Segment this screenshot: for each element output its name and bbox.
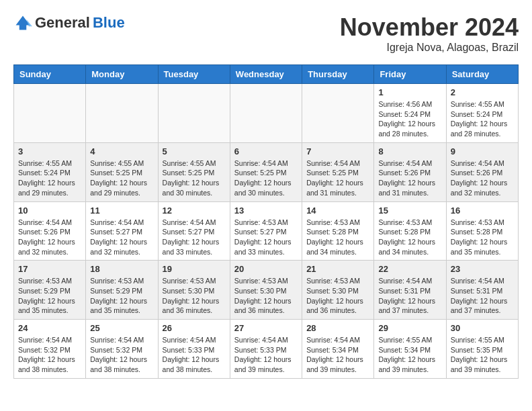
day-info: Sunrise: 4:54 AMSunset: 5:33 PMDaylight:… — [234, 335, 298, 375]
day-number: 13 — [234, 205, 298, 216]
day-number: 24 — [18, 323, 81, 333]
calendar-day-cell: 15Sunrise: 4:53 AMSunset: 5:28 PMDayligh… — [374, 201, 446, 261]
day-info: Sunrise: 4:55 AMSunset: 5:24 PMDaylight:… — [451, 99, 514, 139]
calendar-day-cell: 14Sunrise: 4:53 AMSunset: 5:28 PMDayligh… — [302, 201, 374, 261]
calendar-day-cell: 8Sunrise: 4:54 AMSunset: 5:26 PMDaylight… — [374, 142, 446, 201]
calendar-day-cell — [158, 84, 230, 143]
weekday-header: Wednesday — [230, 65, 302, 84]
calendar-day-cell: 28Sunrise: 4:54 AMSunset: 5:34 PMDayligh… — [302, 320, 374, 379]
calendar-week-row: 24Sunrise: 4:54 AMSunset: 5:32 PMDayligh… — [14, 320, 519, 379]
day-number: 16 — [451, 205, 514, 216]
day-info: Sunrise: 4:54 AMSunset: 5:32 PMDaylight:… — [90, 335, 153, 375]
day-number: 25 — [90, 323, 153, 333]
day-number: 17 — [18, 264, 81, 274]
day-info: Sunrise: 4:54 AMSunset: 5:31 PMDaylight:… — [378, 276, 441, 316]
calendar-day-cell: 24Sunrise: 4:54 AMSunset: 5:32 PMDayligh… — [14, 320, 86, 379]
day-number: 8 — [378, 146, 441, 156]
day-number: 2 — [451, 87, 514, 97]
day-number: 18 — [90, 264, 153, 274]
day-info: Sunrise: 4:55 AMSunset: 5:34 PMDaylight:… — [378, 335, 441, 375]
day-number: 4 — [90, 146, 153, 156]
day-info: Sunrise: 4:54 AMSunset: 5:26 PMDaylight:… — [18, 218, 81, 257]
calendar-day-cell: 3Sunrise: 4:55 AMSunset: 5:24 PMDaylight… — [14, 142, 86, 201]
title-area: November 2024 Igreja Nova, Alagoas, Braz… — [340, 13, 519, 54]
day-number: 5 — [163, 146, 226, 156]
day-info: Sunrise: 4:54 AMSunset: 5:32 PMDaylight:… — [18, 335, 81, 375]
calendar-day-cell — [302, 84, 374, 143]
calendar-day-cell: 5Sunrise: 4:55 AMSunset: 5:25 PMDaylight… — [158, 142, 230, 201]
day-info: Sunrise: 4:53 AMSunset: 5:30 PMDaylight:… — [163, 276, 226, 316]
calendar-day-cell — [86, 84, 158, 143]
calendar-week-row: 1Sunrise: 4:56 AMSunset: 5:24 PMDaylight… — [14, 84, 519, 143]
logo: GeneralBlue — [13, 13, 125, 32]
calendar-day-cell — [230, 84, 302, 143]
calendar-day-cell — [14, 84, 86, 143]
day-number: 1 — [378, 87, 441, 97]
calendar-day-cell: 21Sunrise: 4:53 AMSunset: 5:30 PMDayligh… — [302, 261, 374, 320]
page-header: GeneralBlue November 2024 Igreja Nova, A… — [13, 13, 519, 54]
location: Igreja Nova, Alagoas, Brazil — [340, 42, 519, 54]
weekday-header: Saturday — [446, 65, 518, 84]
calendar-day-cell: 19Sunrise: 4:53 AMSunset: 5:30 PMDayligh… — [158, 261, 230, 320]
day-info: Sunrise: 4:54 AMSunset: 5:34 PMDaylight:… — [306, 335, 369, 375]
calendar-week-row: 17Sunrise: 4:53 AMSunset: 5:29 PMDayligh… — [14, 261, 519, 320]
calendar-day-cell: 11Sunrise: 4:54 AMSunset: 5:27 PMDayligh… — [86, 201, 158, 261]
day-info: Sunrise: 4:55 AMSunset: 5:35 PMDaylight:… — [451, 335, 514, 375]
day-info: Sunrise: 4:53 AMSunset: 5:29 PMDaylight:… — [18, 276, 81, 316]
logo-icon — [13, 13, 32, 32]
day-info: Sunrise: 4:53 AMSunset: 5:28 PMDaylight:… — [451, 218, 514, 257]
day-info: Sunrise: 4:55 AMSunset: 5:24 PMDaylight:… — [18, 158, 81, 198]
day-info: Sunrise: 4:53 AMSunset: 5:28 PMDaylight:… — [306, 218, 369, 257]
calendar-day-cell: 1Sunrise: 4:56 AMSunset: 5:24 PMDaylight… — [374, 84, 446, 143]
calendar-day-cell: 23Sunrise: 4:54 AMSunset: 5:31 PMDayligh… — [446, 261, 518, 320]
day-number: 12 — [163, 205, 226, 216]
calendar-day-cell: 20Sunrise: 4:53 AMSunset: 5:30 PMDayligh… — [230, 261, 302, 320]
day-number: 6 — [234, 146, 298, 156]
day-info: Sunrise: 4:54 AMSunset: 5:27 PMDaylight:… — [90, 218, 153, 257]
day-number: 23 — [451, 264, 514, 274]
day-info: Sunrise: 4:54 AMSunset: 5:31 PMDaylight:… — [451, 276, 514, 316]
day-number: 7 — [306, 146, 369, 156]
calendar-week-row: 3Sunrise: 4:55 AMSunset: 5:24 PMDaylight… — [14, 142, 519, 201]
calendar-day-cell: 17Sunrise: 4:53 AMSunset: 5:29 PMDayligh… — [14, 261, 86, 320]
day-number: 14 — [306, 205, 369, 216]
calendar-day-cell: 4Sunrise: 4:55 AMSunset: 5:25 PMDaylight… — [86, 142, 158, 201]
day-number: 22 — [378, 264, 441, 274]
weekday-header: Sunday — [14, 65, 86, 84]
weekday-header: Friday — [374, 65, 446, 84]
logo-general: General — [35, 14, 90, 32]
day-number: 26 — [163, 323, 226, 333]
calendar-day-cell: 29Sunrise: 4:55 AMSunset: 5:34 PMDayligh… — [374, 320, 446, 379]
weekday-header: Monday — [86, 65, 158, 84]
day-info: Sunrise: 4:53 AMSunset: 5:30 PMDaylight:… — [306, 276, 369, 316]
day-info: Sunrise: 4:53 AMSunset: 5:30 PMDaylight:… — [234, 276, 298, 316]
day-info: Sunrise: 4:54 AMSunset: 5:25 PMDaylight:… — [234, 158, 298, 198]
day-info: Sunrise: 4:54 AMSunset: 5:26 PMDaylight:… — [378, 158, 441, 198]
calendar-day-cell: 18Sunrise: 4:53 AMSunset: 5:29 PMDayligh… — [86, 261, 158, 320]
day-info: Sunrise: 4:55 AMSunset: 5:25 PMDaylight:… — [90, 158, 153, 198]
calendar-day-cell: 10Sunrise: 4:54 AMSunset: 5:26 PMDayligh… — [14, 201, 86, 261]
calendar-day-cell: 22Sunrise: 4:54 AMSunset: 5:31 PMDayligh… — [374, 261, 446, 320]
day-number: 15 — [378, 205, 441, 216]
weekday-header: Thursday — [302, 65, 374, 84]
calendar-day-cell: 27Sunrise: 4:54 AMSunset: 5:33 PMDayligh… — [230, 320, 302, 379]
calendar-day-cell: 26Sunrise: 4:54 AMSunset: 5:33 PMDayligh… — [158, 320, 230, 379]
day-number: 20 — [234, 264, 298, 274]
calendar-day-cell: 25Sunrise: 4:54 AMSunset: 5:32 PMDayligh… — [86, 320, 158, 379]
day-info: Sunrise: 4:54 AMSunset: 5:25 PMDaylight:… — [306, 158, 369, 198]
calendar-day-cell: 2Sunrise: 4:55 AMSunset: 5:24 PMDaylight… — [446, 84, 518, 143]
day-info: Sunrise: 4:56 AMSunset: 5:24 PMDaylight:… — [378, 99, 441, 139]
weekday-header: Tuesday — [158, 65, 230, 84]
day-number: 19 — [163, 264, 226, 274]
calendar-day-cell: 16Sunrise: 4:53 AMSunset: 5:28 PMDayligh… — [446, 201, 518, 261]
calendar-header-row: SundayMondayTuesdayWednesdayThursdayFrid… — [14, 65, 519, 84]
day-number: 10 — [18, 205, 81, 216]
day-info: Sunrise: 4:54 AMSunset: 5:33 PMDaylight:… — [163, 335, 226, 375]
day-info: Sunrise: 4:53 AMSunset: 5:28 PMDaylight:… — [378, 218, 441, 257]
day-info: Sunrise: 4:55 AMSunset: 5:25 PMDaylight:… — [163, 158, 226, 198]
calendar-day-cell: 7Sunrise: 4:54 AMSunset: 5:25 PMDaylight… — [302, 142, 374, 201]
calendar-day-cell: 6Sunrise: 4:54 AMSunset: 5:25 PMDaylight… — [230, 142, 302, 201]
calendar-week-row: 10Sunrise: 4:54 AMSunset: 5:26 PMDayligh… — [14, 201, 519, 261]
day-number: 9 — [451, 146, 514, 156]
calendar-day-cell: 30Sunrise: 4:55 AMSunset: 5:35 PMDayligh… — [446, 320, 518, 379]
